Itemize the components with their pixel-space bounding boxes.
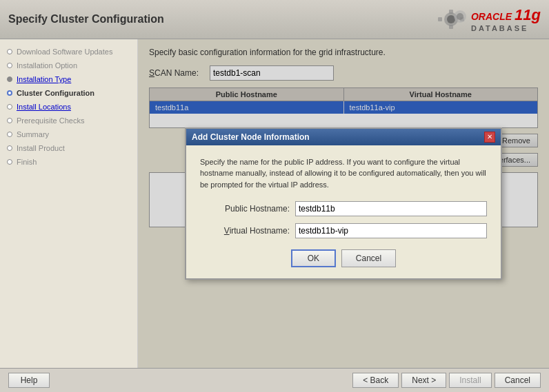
svg-rect-3 — [449, 25, 453, 29]
virtual-hostname-label: Virtual Hostname: — [200, 226, 290, 236]
modal-buttons: OK Cancel — [200, 249, 487, 267]
virtual-hostname-input[interactable] — [295, 223, 487, 238]
modal-title: Add Cluster Node Information — [192, 132, 310, 142]
footer-right: < Back Next > Install Cancel — [352, 373, 541, 388]
cancel-button[interactable]: Cancel — [495, 373, 541, 388]
modal-ok-button[interactable]: OK — [291, 249, 336, 267]
sidebar-item-install-product: Install Product — [0, 141, 137, 155]
page-title: Specify Cluster Configuration — [8, 13, 164, 25]
footer-left: Help — [8, 373, 50, 388]
modal-content: Specify the name for the public IP addre… — [186, 145, 501, 279]
sidebar-bullet-cluster-config — [7, 90, 12, 96]
virtual-hostname-row: Virtual Hostname: — [200, 223, 487, 238]
main-content: Specify basic configuration information … — [138, 39, 549, 368]
sidebar-item-prerequisite-checks: Prerequisite Checks — [0, 114, 137, 127]
sidebar-item-installation-option: Installation Option — [0, 59, 137, 72]
sidebar-item-summary: Summary — [0, 127, 137, 141]
sidebar-item-cluster-configuration: Cluster Configuration — [0, 86, 137, 100]
main-window: Specify Cluster Configuration ORACLE 11g… — [0, 0, 549, 392]
sidebar-item-installation-type[interactable]: Installation Type — [0, 72, 137, 86]
content-area: Download Software Updates Installation O… — [0, 39, 549, 368]
oracle-logo: ORACLE 11g DATABASE — [434, 6, 541, 33]
svg-rect-2 — [449, 10, 453, 14]
sidebar-item-install-locations[interactable]: Install Locations — [0, 100, 137, 114]
public-hostname-input[interactable] — [295, 201, 487, 216]
modal-titlebar: Add Cluster Node Information ✕ — [186, 129, 501, 145]
public-hostname-label: Public Hostname: — [200, 204, 290, 214]
modal-cancel-button[interactable]: Cancel — [341, 249, 396, 267]
footer: Help < Back Next > Install Cancel — [0, 368, 549, 392]
oracle-branding: ORACLE 11g DATABASE — [471, 6, 541, 32]
sidebar: Download Software Updates Installation O… — [0, 39, 138, 368]
sidebar-bullet-download — [7, 49, 12, 54]
oracle-version: 11g — [515, 6, 541, 24]
modal-overlay: Add Cluster Node Information ✕ Specify t… — [138, 39, 549, 368]
gear-icon — [434, 6, 468, 33]
sidebar-bullet-install-option — [7, 63, 12, 68]
sidebar-bullet-finish — [7, 159, 12, 165]
sidebar-bullet-prereq — [7, 118, 12, 123]
svg-point-7 — [457, 13, 463, 20]
install-button: Install — [449, 373, 491, 388]
modal-description: Specify the name for the public IP addre… — [200, 156, 487, 191]
help-button[interactable]: Help — [8, 373, 50, 388]
modal-close-button[interactable]: ✕ — [484, 132, 495, 143]
sidebar-bullet-install-product — [7, 145, 12, 151]
sidebar-bullet-install-locations — [7, 104, 12, 110]
oracle-text: ORACLE — [471, 11, 512, 22]
add-cluster-node-dialog: Add Cluster Node Information ✕ Specify t… — [185, 127, 502, 280]
back-button[interactable]: < Back — [352, 373, 399, 388]
sidebar-item-finish: Finish — [0, 155, 137, 169]
header: Specify Cluster Configuration ORACLE 11g… — [0, 0, 549, 39]
next-button[interactable]: Next > — [401, 373, 446, 388]
svg-rect-4 — [438, 17, 442, 21]
oracle-db-text: DATABASE — [471, 24, 541, 32]
sidebar-item-download-software-updates: Download Software Updates — [0, 45, 137, 59]
public-hostname-row: Public Hostname: — [200, 201, 487, 216]
sidebar-bullet-install-type — [7, 76, 12, 82]
sidebar-bullet-summary — [7, 132, 12, 137]
